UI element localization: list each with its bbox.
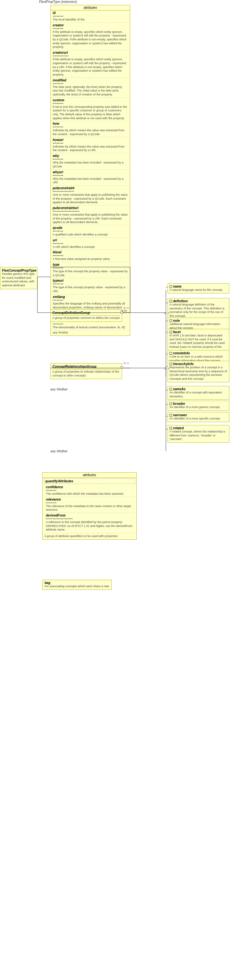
attr-confidence: confidence •••••••• The confidence with … xyxy=(44,485,135,497)
flexConceptPropType-desc: Flexible generic IPG type for event-modi… xyxy=(2,272,35,288)
facet-title: facet xyxy=(173,330,180,334)
attr-qcode: qcode •••••••• A qualified code which id… xyxy=(51,225,130,238)
related-desc: A related concept, where the relationshi… xyxy=(169,430,228,441)
bag-label-box: bag For associating concepts which each … xyxy=(42,580,112,590)
definition-desc: A natural language definition of the sem… xyxy=(169,303,228,318)
attr-typeuri: typeuri •••••••• The type of the concept… xyxy=(51,278,130,294)
attr-why: why •••••••• Why the metadata has been i… xyxy=(51,153,130,169)
definition-icon xyxy=(169,300,172,302)
narrower-title: narrower xyxy=(173,413,187,417)
name-title: name xyxy=(173,285,182,288)
bottom-attributes-header: attributes xyxy=(43,473,136,478)
bag-desc: For associating concepts which each shar… xyxy=(44,585,109,589)
attr-pubconstrainturi: pubconstrainturi •••••••••••••••••••• On… xyxy=(51,205,130,225)
node-circle-2 xyxy=(120,366,123,369)
quantifyAttributes-group: quantifyAttributes confidence •••••••• T… xyxy=(43,478,136,533)
any-other-label: any ##other xyxy=(51,388,68,391)
central-attributes-panel: attributes id •••••••• The local identif… xyxy=(51,5,130,336)
sameAs-title: sameAs xyxy=(173,387,185,391)
broader-title: broader xyxy=(173,402,185,406)
flexPropType-extension-label: FlextPropType (extension) xyxy=(39,0,77,3)
narrower-icon xyxy=(169,414,172,417)
bottom-attributes-panel: attributes quantifyAttributes confidence… xyxy=(42,472,137,540)
conceptRelationshipsGroup-title: ConceptRelationshipsGroup xyxy=(52,365,120,369)
right-item-name: name A natural language name for the con… xyxy=(168,283,229,293)
definition-title: definition xyxy=(173,299,188,303)
node-circle-1 xyxy=(120,311,123,313)
hierarchyInfo-title: hierarchyInfo xyxy=(173,362,194,366)
quantifyAttributes-label: quantifyAttributes xyxy=(44,479,135,484)
broader-desc: An identifier of a more generic concept. xyxy=(169,406,228,409)
facet-icon xyxy=(169,331,172,334)
attr-creator: creator •••••••• If the attribute is emp… xyxy=(51,23,130,50)
related-icon xyxy=(169,427,172,430)
remoteInfo-title: remoteInfo xyxy=(173,352,190,355)
sameAs-icon xyxy=(169,388,172,390)
conceptRelationshipsGroup-desc: A group of properties to indicate relati… xyxy=(52,370,120,377)
attr-how: how •••••••• Indicates by which means th… xyxy=(51,121,130,137)
right-item-related: related A related concept, where the rel… xyxy=(168,425,229,442)
attr-id: id •••••••• The local identifier of the xyxy=(51,10,130,23)
note-icon xyxy=(169,320,172,322)
mult-right-2: 0..∞ xyxy=(164,367,169,370)
mult-right-1: 0..∞ xyxy=(164,311,169,315)
broader-icon xyxy=(169,402,172,405)
bottom-section-desc: A group of attribute quantifiers to be u… xyxy=(43,533,136,539)
right-item-definition: definition A natural language definition… xyxy=(168,298,229,320)
right-item-hierarchyInfo: hierarchyInfo Represents the position of… xyxy=(168,361,229,382)
conceptDefinitionGroup-box: ConceptDefinitionGroup A group of proper… xyxy=(51,309,122,322)
flexConceptPropType-label-box: FlexConceptPropType Flexible generic IPG… xyxy=(0,267,37,289)
conceptRelationshipsGroup-box: ConceptRelationshipsGroup A group of pro… xyxy=(51,363,122,379)
mult-0-infinity-2: 0..∞ xyxy=(123,361,129,365)
conceptDefinitionGroup-title: ConceptDefinitionGroup xyxy=(52,311,120,316)
conceptDefinitionGroup-desc: A group of properties common to define t… xyxy=(52,316,120,320)
attr-literal: literal •••••••• A free-text value assig… xyxy=(51,250,130,262)
attr-pubconstraint: pubconstraint •••••••••••••••• One or mo… xyxy=(51,186,130,205)
hierarchyInfo-desc: Represents the position of a concept in … xyxy=(169,366,228,381)
attr-modified: modified •••••••• The date (and, optiona… xyxy=(51,78,130,98)
attr-custom: custom •••••••• If set to true the corre… xyxy=(51,98,130,121)
attr-howuri: howuri •••••••• Indicates by which means… xyxy=(51,137,130,153)
right-item-broader: broader An identifier of a more generic … xyxy=(168,401,229,411)
right-item-sameAs: sameAs An identifier of a concept with e… xyxy=(168,386,229,399)
right-item-narrower: narrower An identifier of a more specifi… xyxy=(168,412,229,422)
page-container: FlextPropType (extension) attributes id … xyxy=(0,0,231,980)
name-icon xyxy=(169,285,172,288)
mult-0-infinity-1: 0..∞ xyxy=(123,306,129,309)
attr-creatoruri: creatoruri •••••••••••• If the attribute… xyxy=(51,50,130,78)
narrower-desc: An identifier of a more specific concept… xyxy=(169,417,228,421)
attr-derivedFrom: derivedFrom •••••••••••••••••••• A refer… xyxy=(44,513,135,533)
attr-any-other: any ##other xyxy=(51,330,130,336)
attr-type: type •••••••• The type of the concept th… xyxy=(51,262,130,278)
attr-uri: uri •••••••• A URI which identifies a co… xyxy=(51,238,130,250)
any-other-relationships-label: any ##other xyxy=(51,449,68,453)
related-title: related xyxy=(173,426,184,430)
bag-title: bag xyxy=(44,581,109,585)
attributes-header: attributes xyxy=(51,5,130,10)
attr-whyuri: whyuri •••••••• Why the metadata has bee… xyxy=(51,170,130,186)
flexConceptPropType-title: FlexConceptPropType xyxy=(2,269,35,272)
sameAs-desc: An identifier of a concept with equivale… xyxy=(169,391,228,398)
name-desc: A natural language name for the concept. xyxy=(169,288,228,292)
remoteInfo-icon xyxy=(169,352,172,355)
attr-relevance: relevance •••••••• The relevance of the … xyxy=(44,497,135,513)
note-title: note xyxy=(173,319,180,323)
hierarchyInfo-icon xyxy=(169,363,172,366)
